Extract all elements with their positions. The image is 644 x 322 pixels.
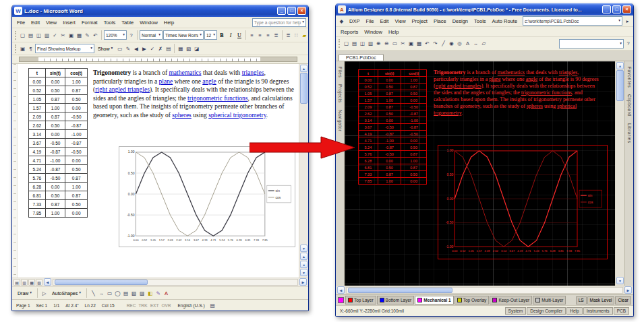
scrollbar-thumb[interactable] [300,73,308,104]
altium-menu-reports[interactable]: Reports [338,28,361,36]
dxp-icon[interactable]: ◆ [338,17,345,25]
select-objects-icon[interactable]: ▷ [40,289,48,297]
hyperlink[interactable]: right angled triangles [436,83,481,89]
panel-button-instruments[interactable]: Instruments [583,307,613,315]
format-painter-icon[interactable]: ✎ [84,31,91,39]
maximize-button[interactable]: □ [287,7,296,15]
place-dimension-icon[interactable]: ↔ [472,40,479,48]
altium-menu-auto-route[interactable]: Auto Route [490,18,521,25]
bullets-icon[interactable]: ∷ [293,31,300,39]
font-combo[interactable]: Times New Roman ▾ [163,30,204,40]
altium-menu-dxp[interactable]: DXP [347,18,362,25]
web-layout-icon[interactable]: ▥ [21,279,28,286]
word-menu-edit[interactable]: Edit [28,19,42,26]
oval-icon[interactable]: ◯ [114,289,121,297]
hyperlink[interactable]: triangles [559,69,578,75]
open-icon[interactable]: ▤ [27,31,34,39]
text-box-icon[interactable]: ▤ [122,289,129,297]
layer-button-clear[interactable]: Clear [615,296,631,304]
open-icon[interactable]: ▤ [351,40,358,48]
layer-tab-top-overlay[interactable]: Top Overlay [455,296,490,304]
word-menu-format[interactable]: Format [79,19,100,26]
align-right-icon[interactable]: ≡ [264,31,272,39]
print-layout-icon[interactable]: ▦ [28,279,35,286]
insert-comment-icon[interactable]: ▭ [116,44,123,53]
layer-button-ls[interactable]: LS [576,296,587,304]
hscroll-thumb[interactable] [348,288,452,293]
arrow-icon[interactable]: → [98,289,105,297]
panel-tab-projects[interactable]: Projects [338,84,343,102]
hyperlink[interactable]: plane [489,76,500,82]
spelling-icon[interactable]: ✓ [51,31,59,39]
status-flag-ext[interactable]: EXT [150,303,159,308]
maximize-button[interactable]: □ [612,5,621,13]
altium-menu-project[interactable]: Project [409,18,430,25]
scroll-up-icon[interactable]: ▲ [300,65,308,72]
style-combo[interactable]: Normal ▾ [140,30,163,40]
redo-icon[interactable]: ↷ [432,40,439,48]
panel-tab-navigator[interactable]: Navigator [338,110,343,131]
layer-tab-keep-out-layer[interactable]: Keep-Out Layer [490,296,532,304]
print-icon[interactable]: ▥ [43,31,51,39]
word-horizontal-scrollbar[interactable]: ▤▥▦▧ ◀ ▶ [12,278,308,286]
tables-borders-icon[interactable]: ▦ [177,44,184,53]
save-icon[interactable]: ◫ [359,40,366,48]
hyperlink[interactable]: spheres [172,112,192,119]
altium-vertical-scrollbar[interactable]: ▲ ▼ [615,61,624,286]
toolbar-grip[interactable] [15,31,17,40]
undo-icon[interactable]: ↶ [423,40,431,48]
word-document-content[interactable]: tsin(t)cos(t)0.000.001.000.520.500.871.0… [18,64,299,278]
copy-icon[interactable]: ▣ [407,40,415,48]
previous-page-icon[interactable]: ▲ [300,253,308,260]
italic-button[interactable]: I [227,31,235,40]
word-menu-view[interactable]: View [43,19,59,26]
toolbar-grip[interactable] [339,39,341,48]
insert-table-icon[interactable]: ▧ [185,44,192,53]
altium-menu-help[interactable]: Help [386,28,401,36]
next-page-icon[interactable]: ▼ [300,269,308,276]
scroll-down-icon[interactable]: ▼ [616,277,624,284]
scroll-right-icon[interactable]: ▶ [624,286,632,294]
new-document-icon[interactable]: ▢ [343,40,350,48]
word-menu-file[interactable]: File [14,19,28,26]
word-menu-window[interactable]: Window [137,19,160,26]
cut-icon[interactable]: ✂ [59,31,67,39]
panel-tab-libraries[interactable]: Libraries [627,123,632,143]
justify-icon[interactable]: ≣ [272,31,280,39]
altium-menu-tools[interactable]: Tools [471,18,489,25]
altium-menu-place[interactable]: Place [431,18,449,25]
altium-menu-view[interactable]: View [392,18,408,25]
scrollbar-thumb[interactable] [616,70,624,101]
display-for-review-combo[interactable]: Final Showing Markup ▾ [35,44,94,53]
next-change-icon[interactable]: ▶ [140,44,148,53]
save-icon[interactable]: ◫ [35,31,42,39]
reject-change-icon[interactable]: ✗ [156,44,164,53]
place-polygon-icon[interactable]: ▱ [480,40,488,48]
close-button[interactable]: × [622,5,631,13]
place-via-icon[interactable]: ◎ [456,40,463,48]
status-flag-trk[interactable]: TRK [138,303,147,308]
font-color-icon[interactable]: A [163,289,170,297]
hscroll-track[interactable] [346,287,623,294]
word-menu-tools[interactable]: Tools [101,19,119,26]
status-flag-ovr[interactable]: OVR [161,303,171,308]
drawing-toolbar-icon[interactable]: ◪ [193,44,200,53]
select-browse-object-icon[interactable]: ● [300,261,308,268]
scroll-down-icon[interactable]: ▼ [300,245,308,252]
layer-tab-top-layer[interactable]: Top Layer [345,296,376,304]
panel-button-system[interactable]: System [505,307,527,315]
word-menu-table[interactable]: Table [119,19,136,26]
numbering-icon[interactable]: ≣ [285,31,292,39]
outline-view-icon[interactable]: ▧ [36,279,42,286]
hyperlink[interactable]: plane [159,78,173,85]
status-flag-rec[interactable]: REC [127,303,136,308]
hscroll-thumb[interactable] [55,280,148,285]
previous-change-icon[interactable]: ◀ [132,44,140,53]
minimize-button[interactable]: _ [602,5,611,13]
wordart-icon[interactable]: ▧ [130,289,138,297]
autoshapes-menu-button[interactable]: AutoShapes ▾ [49,290,84,296]
scroll-up-icon[interactable]: ▲ [616,62,624,69]
word-menu-insert[interactable]: Insert [60,19,78,26]
fill-color-icon[interactable]: ◧ [146,289,154,297]
copy-icon[interactable]: ▣ [67,31,75,39]
